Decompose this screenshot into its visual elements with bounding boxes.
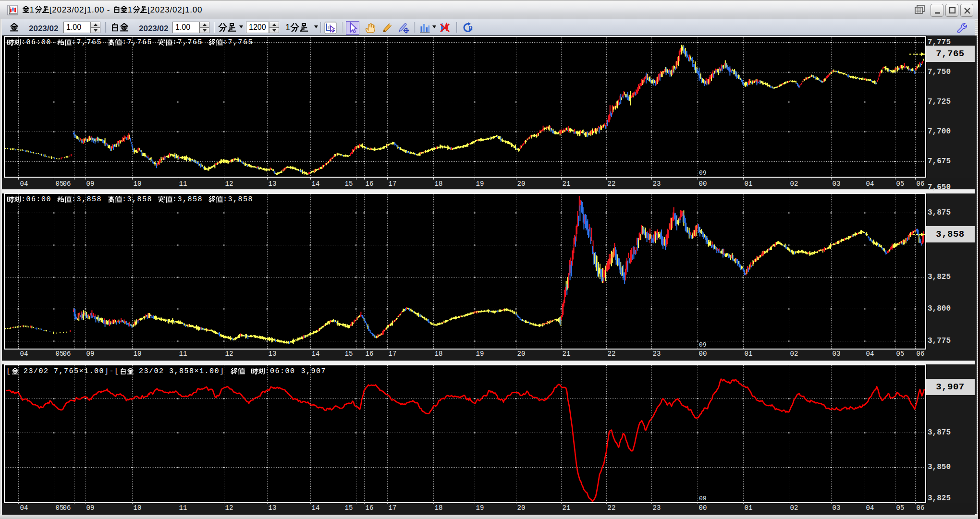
svg-text:09: 09 <box>699 341 707 349</box>
svg-text:R: R <box>469 25 473 31</box>
svg-text:09: 09 <box>699 495 707 502</box>
svg-text:09: 09 <box>699 169 707 177</box>
